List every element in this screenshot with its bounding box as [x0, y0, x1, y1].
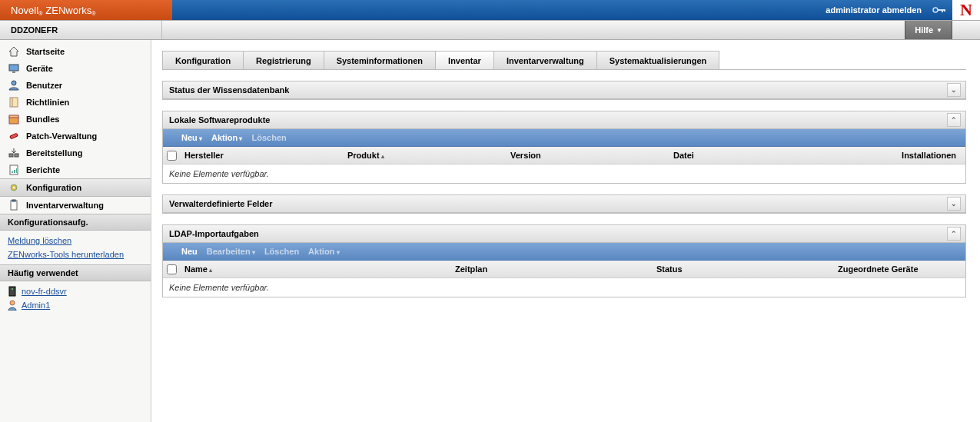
- sidebar-item-config[interactable]: Konfiguration: [0, 178, 151, 197]
- panel-local-software: Lokale Softwareprodukte ⌃ Neu Aktion Lös…: [162, 111, 966, 184]
- new-button[interactable]: Neu: [181, 133, 202, 142]
- sidebar-item-patch[interactable]: Patch-Verwaltung: [0, 128, 151, 145]
- panel-title: Lokale Softwareprodukte: [169, 115, 270, 125]
- svg-rect-3: [944, 9, 945, 12]
- panel-title: Status der Wissensdatenbank: [169, 85, 289, 95]
- task-link-download-tools[interactable]: ZENworks-Tools herunterladen: [8, 248, 143, 261]
- expand-icon[interactable]: ⌄: [947, 197, 961, 211]
- col-version[interactable]: Version: [506, 151, 669, 160]
- svg-rect-13: [9, 154, 13, 157]
- sidebar-tasks-header: Konfigurationsaufg.: [0, 214, 151, 231]
- action-button[interactable]: Aktion: [308, 247, 339, 256]
- tab-inventarverwaltung[interactable]: Inventarverwaltung: [493, 51, 596, 69]
- col-datei[interactable]: Datei: [669, 151, 867, 160]
- delete-button[interactable]: Löschen: [264, 247, 299, 256]
- svg-rect-18: [16, 168, 17, 173]
- svg-rect-15: [10, 165, 18, 174]
- edit-button[interactable]: Bearbeiten: [207, 247, 255, 256]
- tab-systemaktualisierungen[interactable]: Systemaktualisierungen: [596, 51, 720, 69]
- brand-area: Novell® ZENworks®: [0, 0, 172, 20]
- svg-rect-17: [14, 170, 15, 173]
- empty-message: Keine Elemente verfügbar.: [163, 278, 965, 297]
- sidebar: Startseite Geräte Benutzer Richtlinien B…: [0, 40, 151, 422]
- new-button[interactable]: Neu: [181, 247, 198, 256]
- nav-list: Startseite Geräte Benutzer Richtlinien B…: [0, 43, 151, 214]
- brand-novell: Novell®: [11, 5, 42, 16]
- sidebar-recent-header: Häufig verwendet: [0, 264, 151, 281]
- svg-rect-2: [942, 9, 943, 12]
- svg-point-19: [11, 184, 17, 191]
- panel-admin-fields: Verwalterdefinierte Felder ⌄: [162, 194, 966, 214]
- empty-message: Keine Elemente verfügbar.: [163, 164, 965, 183]
- col-status[interactable]: Status: [652, 264, 833, 274]
- user-small-icon: [8, 300, 17, 311]
- tab-registrierung[interactable]: Registrierung: [243, 51, 324, 69]
- sidebar-tasks: Meldung löschen ZENworks-Tools herunterl…: [0, 231, 151, 264]
- sidebar-item-reports[interactable]: Berichte: [0, 161, 151, 178]
- recent-item[interactable]: Admin1: [8, 298, 143, 312]
- svg-rect-6: [12, 71, 15, 73]
- select-all-checkbox[interactable]: [167, 264, 177, 274]
- panel-title: LDAP-Importaufgaben: [169, 229, 259, 238]
- col-installationen[interactable]: Installationen: [867, 151, 965, 160]
- gear-icon: [8, 181, 20, 194]
- server-icon: [8, 286, 17, 297]
- col-produkt[interactable]: Produkt: [343, 151, 506, 160]
- sidebar-item-devices[interactable]: Geräte: [0, 60, 151, 77]
- recent-item[interactable]: nov-fr-ddsvr: [8, 284, 143, 298]
- col-devices[interactable]: Zugeordnete Geräte: [833, 264, 965, 274]
- header-blue: administrator abmelden: [172, 0, 952, 20]
- key-icon[interactable]: [932, 5, 946, 15]
- sidebar-item-home[interactable]: Startseite: [0, 43, 151, 60]
- monitor-icon: [8, 62, 20, 75]
- toolbar-ldap: Neu Bearbeiten Löschen Aktion: [163, 243, 965, 261]
- svg-point-20: [13, 187, 15, 189]
- svg-rect-1: [938, 9, 944, 11]
- brand-zenworks: ZENworks®: [45, 5, 95, 16]
- tab-bar: Konfiguration Registrierung Systeminform…: [162, 51, 966, 70]
- sidebar-item-asset[interactable]: Inventarverwaltung: [0, 197, 151, 214]
- top-bar: Novell® ZENworks® administrator abmelden…: [0, 0, 980, 20]
- deploy-icon: [8, 147, 20, 159]
- tab-inventar[interactable]: Inventar: [435, 51, 493, 69]
- svg-rect-16: [12, 171, 13, 173]
- table-header: Name Zeitplan Status Zugeordnete Geräte: [163, 261, 965, 278]
- svg-point-7: [12, 81, 16, 85]
- action-button[interactable]: Aktion: [211, 133, 242, 142]
- delete-button[interactable]: Löschen: [251, 133, 286, 142]
- logout-link[interactable]: administrator abmelden: [826, 5, 922, 15]
- sidebar-item-deploy[interactable]: Bereitstellung: [0, 145, 151, 161]
- panel-kb-status: Status der Wissensdatenbank ⌄: [162, 81, 966, 100]
- main-content: Konfiguration Registrierung Systeminform…: [151, 40, 980, 422]
- toolbar-local: Neu Aktion Löschen: [163, 129, 965, 147]
- select-all-checkbox[interactable]: [167, 151, 177, 161]
- collapse-icon[interactable]: ⌃: [947, 227, 961, 241]
- clipboard-icon: [8, 199, 20, 211]
- user-icon: [8, 79, 20, 91]
- svg-rect-12: [10, 133, 18, 139]
- svg-rect-5: [9, 65, 18, 71]
- sidebar-recent-list: nov-fr-ddsvr Admin1: [0, 281, 151, 315]
- tab-konfiguration[interactable]: Konfiguration: [162, 51, 243, 69]
- help-button[interactable]: Hilfe▼: [905, 21, 952, 39]
- sidebar-item-users[interactable]: Benutzer: [0, 77, 151, 94]
- svg-rect-23: [9, 287, 15, 296]
- svg-point-24: [12, 288, 13, 290]
- svg-rect-22: [12, 200, 15, 201]
- col-hersteller[interactable]: Hersteller: [180, 151, 343, 160]
- collapse-icon[interactable]: ⌃: [947, 113, 961, 127]
- task-link-clear-message[interactable]: Meldung löschen: [8, 234, 143, 248]
- table-header: Hersteller Produkt Version Datei Install…: [163, 147, 965, 164]
- svg-point-25: [10, 301, 15, 305]
- col-name[interactable]: Name: [180, 264, 450, 274]
- package-icon: [8, 113, 20, 125]
- panel-title: Verwalterdefinierte Felder: [169, 199, 273, 208]
- svg-rect-14: [15, 154, 18, 157]
- tab-systeminformationen[interactable]: Systeminformationen: [324, 51, 435, 69]
- sidebar-item-bundles[interactable]: Bundles: [0, 111, 151, 128]
- col-zeitplan[interactable]: Zeitplan: [450, 264, 652, 274]
- svg-marker-4: [9, 47, 18, 56]
- svg-rect-21: [11, 201, 17, 210]
- sidebar-item-policies[interactable]: Richtlinien: [0, 94, 151, 111]
- expand-icon[interactable]: ⌄: [947, 83, 961, 97]
